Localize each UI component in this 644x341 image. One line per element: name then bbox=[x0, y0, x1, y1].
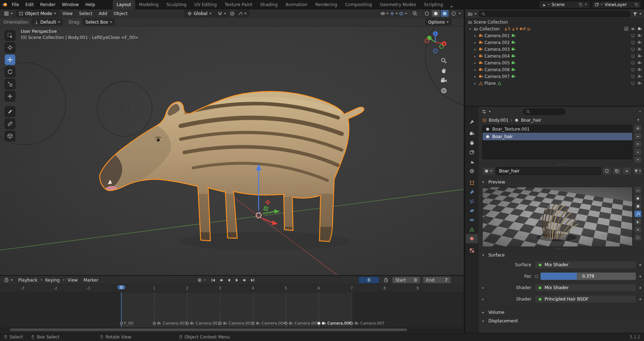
preview-shaderball-button[interactable]: ◐ bbox=[634, 218, 641, 225]
slot-boar-hair[interactable]: Boar_hair bbox=[483, 133, 632, 140]
physics-tab[interactable] bbox=[466, 206, 478, 215]
resize-grip[interactable] bbox=[479, 248, 644, 250]
marker-camera-005[interactable]: Camera.005 bbox=[285, 321, 319, 326]
use-preview-range-icon[interactable] bbox=[384, 278, 389, 283]
shading-wireframe-button[interactable] bbox=[423, 10, 431, 17]
hide-viewport-icon[interactable] bbox=[631, 27, 635, 31]
tool-select-box[interactable] bbox=[5, 30, 15, 41]
timeline-editor-type-button[interactable] bbox=[1, 277, 15, 283]
outliner-item-camera-007[interactable]: ▸ Camera.007 bbox=[465, 73, 644, 80]
disable-render-icon[interactable] bbox=[638, 34, 642, 38]
tool-measure[interactable] bbox=[5, 118, 15, 129]
shader2-button[interactable]: Principled Hair BSDF bbox=[535, 295, 636, 303]
new-material-button[interactable] bbox=[613, 167, 621, 175]
frame-end-field[interactable]: End7 bbox=[423, 277, 451, 283]
marker-camera-004[interactable]: Camera.004 bbox=[252, 321, 286, 326]
timeline-ruler[interactable]: -3 -2 -1 0 1 2 3 4 5 6 7 8 9 bbox=[0, 284, 464, 292]
menu-viewport-object[interactable]: Object bbox=[111, 11, 130, 16]
disable-render-icon[interactable] bbox=[638, 61, 642, 65]
tool-add-cube[interactable] bbox=[5, 131, 15, 141]
resize-grip[interactable] bbox=[479, 163, 644, 166]
expand-icon[interactable]: ▸ bbox=[482, 297, 488, 301]
frame-start-field[interactable]: Start0 bbox=[392, 277, 420, 283]
mode-dropdown[interactable]: Object Mode bbox=[16, 10, 59, 17]
empty-small-dashed-circle[interactable] bbox=[120, 104, 129, 113]
jump-to-start-button[interactable] bbox=[210, 277, 217, 283]
expand-icon[interactable]: ▸ bbox=[473, 54, 477, 58]
marker-f00[interactable]: F_00 bbox=[120, 321, 133, 326]
proportional-editing-icon[interactable] bbox=[230, 11, 235, 16]
tool-annotate[interactable] bbox=[5, 106, 15, 117]
move-slot-up-button[interactable]: ▴ bbox=[634, 148, 641, 155]
material-tab[interactable] bbox=[466, 234, 478, 243]
material-slot-list[interactable]: Boar_Texture.001 Boar_hair bbox=[482, 125, 633, 159]
shading-material-preview-button[interactable] bbox=[441, 10, 449, 17]
shader1-button[interactable]: Mix Shader bbox=[535, 284, 636, 292]
marker-camera-003[interactable]: Camera.003 bbox=[219, 321, 253, 326]
menu-viewport-add[interactable]: Add bbox=[96, 11, 110, 16]
menu-window[interactable]: Window bbox=[59, 0, 82, 9]
play-button[interactable] bbox=[233, 277, 240, 283]
hide-viewport-icon[interactable] bbox=[631, 47, 635, 52]
current-frame-indicator[interactable]: 0 bbox=[118, 285, 125, 289]
expand-icon[interactable]: ▸ bbox=[473, 34, 477, 38]
panel-displacement[interactable]: ▸ Displacement bbox=[479, 316, 644, 325]
remove-slot-button[interactable]: − bbox=[634, 133, 641, 140]
pin-icon[interactable] bbox=[636, 118, 640, 122]
outliner-item-camera-003[interactable]: ▸ Camera.003 bbox=[465, 46, 644, 53]
menu-help[interactable]: Help bbox=[82, 0, 98, 9]
scrollbar-thumb[interactable] bbox=[10, 328, 407, 331]
outliner-item-plane[interactable]: ▸ Plane bbox=[465, 80, 644, 87]
preview-cube-button[interactable]: ■ bbox=[634, 203, 641, 209]
disable-render-icon[interactable] bbox=[638, 81, 642, 86]
show-object-types-icon[interactable] bbox=[380, 11, 385, 16]
preview-flat-button[interactable]: ▭ bbox=[634, 187, 641, 194]
hide-viewport-icon[interactable] bbox=[631, 61, 635, 65]
disable-render-icon[interactable] bbox=[638, 54, 642, 58]
constraints-tab[interactable] bbox=[466, 215, 478, 225]
outliner-item-collection[interactable]: ▾ Collection 5 4 8 ✓ bbox=[465, 25, 644, 32]
viewport-canvas[interactable]: User Perspective (0) Scene Collection | … bbox=[0, 26, 464, 275]
marker-camera-006[interactable]: Camera.006 bbox=[318, 321, 352, 326]
workspace-tab-geometry-nodes[interactable]: Geometry Nodes bbox=[376, 0, 420, 9]
add-workspace-button[interactable]: + bbox=[447, 4, 456, 9]
jump-to-end-button[interactable] bbox=[249, 277, 256, 283]
disable-render-icon[interactable] bbox=[638, 40, 642, 45]
menu-marker[interactable]: Marker bbox=[80, 278, 101, 283]
move-slot-down-button[interactable]: ▾ bbox=[634, 156, 641, 163]
object-tab[interactable] bbox=[466, 178, 478, 187]
fac-slider[interactable]: 0.379 bbox=[540, 272, 636, 280]
preview-sphere-button[interactable]: ● bbox=[634, 195, 641, 201]
panel-surface[interactable]: ▾ Surface bbox=[479, 250, 644, 259]
unlink-material-button[interactable]: ✕ bbox=[623, 167, 631, 175]
outliner-item-camera-001[interactable]: ▸ Camera.001 bbox=[465, 32, 644, 39]
outliner-item-camera-006[interactable]: ▸ Camera.006 bbox=[465, 66, 644, 73]
show-overlays-icon[interactable] bbox=[399, 11, 404, 16]
breadcrumb-object[interactable]: Body.001 bbox=[489, 118, 508, 123]
new-view-layer-icon[interactable] bbox=[634, 3, 639, 7]
perspective-toggle-icon[interactable] bbox=[440, 87, 447, 94]
disable-render-icon[interactable] bbox=[638, 68, 642, 72]
slot-boar-texture[interactable]: Boar_Texture.001 bbox=[483, 125, 632, 133]
marker-camera-001[interactable]: Camera.001 bbox=[153, 321, 187, 326]
workspace-tab-sculpting[interactable]: Sculpting bbox=[162, 0, 190, 9]
animate-dot[interactable] bbox=[639, 264, 641, 266]
slot-specials-button[interactable] bbox=[634, 141, 641, 147]
editor-type-button[interactable] bbox=[1, 10, 15, 17]
properties-editor-icon[interactable] bbox=[482, 109, 487, 114]
disable-render-icon[interactable] bbox=[638, 74, 642, 79]
outliner-item-scene-collection[interactable]: Scene Collection bbox=[465, 19, 644, 25]
panel-volume[interactable]: ▸ Volume bbox=[479, 308, 644, 316]
animate-dot[interactable] bbox=[639, 298, 641, 300]
menu-file[interactable]: File bbox=[9, 0, 22, 9]
tool-transform[interactable] bbox=[5, 91, 15, 102]
disable-render-icon[interactable] bbox=[638, 27, 642, 31]
workspace-tab-animation[interactable]: Animation bbox=[282, 0, 311, 9]
tool-tab[interactable] bbox=[466, 117, 478, 127]
output-tab[interactable] bbox=[466, 138, 478, 148]
unlink-scene-icon[interactable]: ✕ bbox=[585, 3, 587, 6]
scene-selector[interactable]: Scene ✕ bbox=[539, 1, 590, 8]
add-slot-button[interactable]: + bbox=[634, 125, 641, 132]
menu-playback[interactable]: Playback bbox=[15, 278, 40, 283]
hide-viewport-icon[interactable] bbox=[631, 40, 635, 45]
